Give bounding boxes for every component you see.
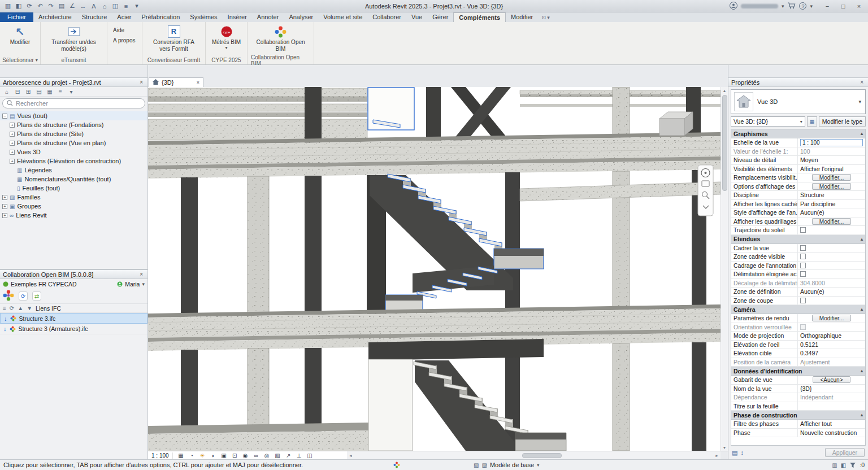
project-browser-title-bar[interactable]: Arborescence du projet - Projet3.rvt × — [0, 77, 147, 87]
default-3d-view-icon[interactable]: ⌂ — [99, 1, 110, 11]
reveal-constraints-icon[interactable]: ⊥ — [294, 451, 304, 459]
ribbon-tab-vue[interactable]: Vue — [406, 12, 427, 22]
etransmit-button[interactable]: Transférer un/des modèle(s) — [45, 24, 103, 53]
view-filter-combo[interactable]: Vue 3D: {3D} ▾ — [731, 116, 805, 127]
checkbox[interactable] — [800, 263, 806, 268]
property-value[interactable]: 304.8000 — [798, 279, 865, 288]
user-menu-arrow-icon[interactable]: ▾ — [142, 281, 145, 287]
property-section-header[interactable]: Données d'identification▴ — [731, 367, 865, 376]
type-image-icon[interactable]: ▦ — [807, 116, 817, 127]
apply-button[interactable]: Appliquer — [825, 448, 865, 457]
home-icon[interactable]: ⌂ — [2, 88, 11, 96]
ribbon-tab-gerer[interactable]: Gérer — [427, 12, 453, 22]
property-value[interactable]: 0.3497 — [798, 349, 865, 358]
undo-icon[interactable]: ↶ — [35, 1, 45, 11]
ribbon-tab-collaborer[interactable]: Collaborer — [367, 12, 406, 22]
property-value[interactable]: Afficher tout — [798, 420, 865, 428]
collapse-icon[interactable]: ▴ — [861, 368, 863, 373]
property-value[interactable]: Aucun(e) — [798, 288, 865, 296]
visual-style-icon[interactable]: ◔ — [187, 451, 197, 459]
modify-button[interactable]: ↖ Modifier — [8, 24, 32, 47]
sync-icon[interactable]: ⟳ — [24, 1, 34, 11]
property-section-header[interactable]: Caméra▴ — [731, 305, 865, 314]
property-value[interactable] — [798, 402, 865, 411]
ribbon-tab-systemes[interactable]: Systèmes — [185, 12, 222, 22]
tree-item[interactable]: +Plans de structure (Vue en plan) — [0, 138, 147, 147]
temporary-view-properties-icon[interactable]: ▧ — [273, 451, 283, 459]
tree-expander-icon[interactable]: + — [10, 159, 15, 164]
detail-level-icon[interactable]: ▦ — [176, 451, 186, 459]
ribbon-tab-acier[interactable]: Acier — [112, 12, 136, 22]
property-value[interactable]: Structure — [798, 191, 865, 199]
ribbon-tab-modifier[interactable]: Modifier — [506, 12, 538, 22]
bimserver-center-logo-icon[interactable] — [3, 290, 14, 302]
download-icon[interactable]: ↓ — [4, 315, 7, 322]
refresh-icon[interactable]: ⟳ — [10, 305, 14, 311]
property-value[interactable]: Nouvelle construction — [798, 429, 865, 437]
collapse-icon[interactable]: ▴ — [861, 237, 863, 242]
sheets-icon[interactable]: ▦ — [45, 88, 54, 96]
navigation-bar[interactable] — [698, 165, 713, 216]
property-value[interactable]: Moyen — [798, 156, 865, 164]
user-name[interactable] — [741, 4, 778, 8]
close-button[interactable]: × — [851, 0, 867, 12]
help-menu-arrow-icon[interactable]: ▾ — [810, 3, 813, 9]
tree-expander-icon[interactable]: + — [10, 141, 15, 146]
expand-all-icon[interactable]: ▼ — [27, 305, 32, 311]
collab-user-name[interactable]: Maria — [125, 281, 140, 288]
tree-expander-icon[interactable]: − — [2, 114, 7, 119]
ribbon-tab-annoter[interactable]: Annoter — [252, 12, 284, 22]
checkbox[interactable] — [800, 324, 806, 330]
tree-expander-icon[interactable]: + — [10, 150, 15, 155]
property-value[interactable]: Indépendant — [798, 393, 865, 402]
collapse-all-icon[interactable]: ⊟ — [13, 88, 22, 96]
text-icon[interactable]: A — [89, 1, 99, 11]
account-menu-arrow-icon[interactable]: ▾ — [782, 3, 784, 9]
chevron-down-icon[interactable]: ▾ — [537, 463, 539, 468]
a-propos-button[interactable]: A propos — [111, 37, 137, 44]
collapse-all-icon[interactable]: ▲ — [18, 305, 23, 311]
chevron-down-icon[interactable]: ▾ — [858, 99, 862, 105]
dimension-icon[interactable]: ↔ — [78, 1, 88, 11]
close-icon[interactable]: × — [197, 80, 199, 85]
tree-item[interactable]: +∞Liens Revit — [0, 211, 147, 220]
exclude-options-icon[interactable]: ◧ — [841, 462, 846, 468]
selection-dropdown-icon[interactable]: ⊡ ▾ — [538, 12, 553, 22]
account-avatar-icon[interactable] — [730, 2, 737, 11]
ribbon-tab-fichier[interactable]: Fichier — [0, 12, 33, 22]
ribbon-tab-inserer[interactable]: Insérer — [223, 12, 252, 22]
view-cube[interactable] — [659, 112, 693, 136]
property-value[interactable]: Aucun(e) — [798, 208, 865, 217]
ribbon-tab-analyser[interactable]: Analyser — [284, 12, 318, 22]
ribbon-tab-structure[interactable]: Structure — [77, 12, 112, 22]
ribbon-tab-volume-et-site[interactable]: Volume et site — [318, 12, 367, 22]
property-button[interactable]: <Aucun> — [813, 376, 850, 383]
shadows-icon[interactable]: ◗ — [209, 451, 218, 459]
tree-item[interactable]: +Plans de structure (Fondations) — [0, 120, 147, 129]
lock-3d-view-icon[interactable]: ◉ — [241, 451, 250, 459]
editable-only-icon[interactable]: ▥ — [832, 462, 837, 468]
tree-item[interactable]: −▤Vues (tout) — [0, 111, 147, 120]
maximize-button[interactable]: □ — [835, 0, 851, 12]
view-tab-3d[interactable]: {3D} × — [149, 77, 203, 87]
tree-expander-icon[interactable]: + — [10, 132, 15, 137]
tree-item[interactable]: ▥Légendes — [0, 166, 147, 175]
checkbox[interactable] — [800, 254, 806, 259]
tree-expander-icon[interactable]: + — [10, 123, 15, 128]
reveal-hidden-elements-icon[interactable]: ◎ — [262, 451, 272, 459]
tree-expander-icon[interactable]: + — [2, 195, 7, 200]
scroll-left-icon[interactable]: ◄ — [347, 452, 354, 459]
scale-combo[interactable]: 1 : 100 — [800, 139, 863, 146]
property-value[interactable]: Ajustement — [798, 358, 865, 367]
ifc-file-row[interactable]: ↓Structure 3 (Armatures).ifc — [0, 324, 147, 334]
panel-label-selectionner[interactable]: Sélectionner ▾ — [0, 56, 40, 64]
property-value[interactable]: 100 — [798, 147, 865, 156]
ribbon-tab-architecture[interactable]: Architecture — [33, 12, 77, 22]
download-icon[interactable]: ↓ — [3, 325, 7, 332]
share-app-icon[interactable]: ⇄ — [32, 291, 41, 301]
displaced-elements-icon[interactable]: ↗ — [284, 451, 293, 459]
conversion-rfa-button[interactable]: R Conversion RFA vers FormIt — [146, 24, 202, 53]
property-value[interactable]: {3D} — [798, 385, 865, 393]
checkbox[interactable] — [800, 227, 806, 233]
save-icon[interactable]: ◧ — [14, 1, 24, 11]
